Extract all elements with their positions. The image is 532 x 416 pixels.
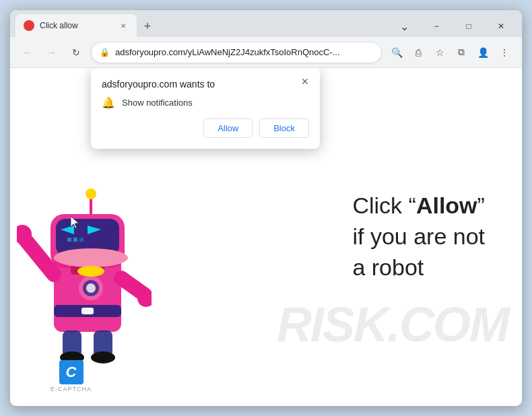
- allow-button[interactable]: Allow: [203, 118, 253, 138]
- page-content: RISK.COM: [10, 68, 522, 406]
- svg-point-12: [91, 351, 115, 363]
- svg-rect-24: [79, 238, 84, 242]
- share-icon[interactable]: ⎙: [409, 43, 428, 62]
- ecaptcha-logo: C E-CAPTCHA: [51, 360, 92, 392]
- svg-point-25: [77, 266, 104, 277]
- security-lock-icon: 🔒: [100, 48, 110, 57]
- tab-close-button[interactable]: ✕: [118, 20, 129, 31]
- url-text: adsforyoupro.com/yLiAwNeNjZ2J4zukfxTsoIo…: [115, 47, 373, 57]
- svg-rect-23: [73, 238, 77, 242]
- robot-illustration: [17, 170, 158, 366]
- toolbar-icons: 🔍 ⎙ ☆ ⧉ 👤 ⋮: [387, 43, 514, 62]
- tabs-bar: Click allow ✕ + ⌄ − □ ✕: [10, 10, 522, 37]
- url-bar[interactable]: 🔒 adsforyoupro.com/yLiAwNeNjZ2J4zukfxTso…: [91, 42, 382, 63]
- bell-icon: 🔔: [102, 96, 115, 109]
- extension-icon[interactable]: ⧉: [452, 43, 471, 62]
- popup-title: adsforyoupro.com wants to: [102, 79, 309, 90]
- popup-buttons: Allow Block: [102, 118, 309, 138]
- maximize-button[interactable]: □: [453, 15, 484, 37]
- popup-notification-text: Show notifications: [122, 98, 193, 108]
- tab-search-button[interactable]: ⌄: [389, 15, 420, 37]
- svg-rect-22: [67, 238, 71, 242]
- menu-icon[interactable]: ⋮: [495, 43, 514, 62]
- click-text-prefix: Click “: [352, 193, 415, 218]
- svg-point-6: [54, 248, 128, 267]
- forward-button[interactable]: →: [42, 43, 61, 62]
- robot-text: a robot: [352, 252, 485, 283]
- click-text-suffix: ”: [477, 193, 485, 218]
- svg-rect-8: [81, 308, 94, 314]
- popup-close-button[interactable]: ✕: [297, 73, 313, 90]
- mouse-cursor: [71, 216, 81, 230]
- profile-icon[interactable]: 👤: [473, 43, 492, 62]
- close-button[interactable]: ✕: [486, 15, 517, 37]
- active-tab[interactable]: Click allow ✕: [15, 14, 137, 37]
- minimize-button[interactable]: −: [421, 15, 452, 37]
- browser-window: Click allow ✕ + ⌄ − □ ✕ ← → ↻ 🔒 adsforyo…: [9, 9, 523, 407]
- main-text: Click “Allow” if you are not a robot: [352, 190, 485, 283]
- popup-notification-row: 🔔 Show notifications: [102, 96, 309, 109]
- if-not-robot-text: if you are not: [352, 221, 485, 252]
- svg-point-21: [86, 188, 96, 199]
- ecaptcha-icon: C: [59, 360, 84, 384]
- block-button[interactable]: Block: [259, 118, 309, 138]
- address-bar: ← → ↻ 🔒 adsforyoupro.com/yLiAwNeNjZ2J4zu…: [10, 37, 522, 68]
- search-icon[interactable]: 🔍: [387, 43, 406, 62]
- back-button[interactable]: ←: [18, 43, 37, 62]
- reload-button[interactable]: ↻: [67, 43, 86, 62]
- tab-favicon: [24, 20, 34, 31]
- allow-bold-text: Allow: [416, 193, 477, 218]
- tab-title: Click allow: [40, 21, 112, 30]
- notification-popup: ✕ adsforyoupro.com wants to 🔔 Show notif…: [91, 68, 320, 149]
- ecaptcha-label: E-CAPTCHA: [51, 386, 92, 392]
- bookmark-icon[interactable]: ☆: [430, 43, 449, 62]
- svg-line-13: [24, 238, 54, 275]
- window-controls: ⌄ − □ ✕: [389, 15, 517, 37]
- new-tab-button[interactable]: +: [138, 17, 157, 36]
- svg-point-19: [86, 283, 96, 293]
- watermark-text: RISK.COM: [277, 297, 508, 352]
